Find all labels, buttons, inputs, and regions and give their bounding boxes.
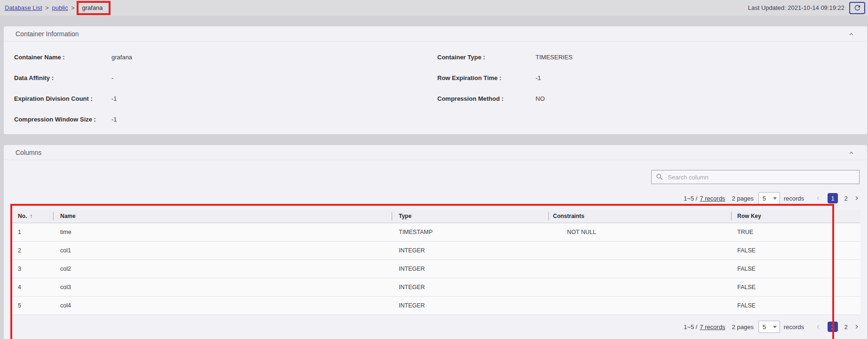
breadcrumb-database-list[interactable]: Database List <box>5 4 42 11</box>
header-no[interactable]: No.↑ <box>11 210 53 223</box>
info-row: Container Type : TIMESERIES <box>437 47 858 67</box>
pagination-bottom: 1~5 / 7 records 2 pages 5 records 1 2 <box>684 321 860 333</box>
cell-row-key: FALSE <box>731 278 860 296</box>
cell-name: col3 <box>53 278 392 296</box>
header-name[interactable]: Name <box>53 210 392 223</box>
cell-name: col1 <box>53 241 392 259</box>
info-row: Compression Method : NO <box>437 88 858 109</box>
chevron-left-icon prev-page-button[interactable] <box>814 194 822 202</box>
page-size-select[interactable]: 5 <box>758 192 780 204</box>
breadcrumb-public[interactable]: public <box>52 4 68 11</box>
chevron-up-icon collapse-button[interactable] <box>848 149 855 156</box>
cell-type: INTEGER <box>392 296 548 315</box>
search-icon <box>655 173 664 181</box>
pagination-pages: 2 pages <box>732 195 753 202</box>
field-label: Data Affinity : <box>14 74 111 81</box>
page-size-value: 5 <box>763 323 766 331</box>
records-label: records <box>784 323 804 331</box>
breadcrumb: Database List > public > grafana <box>5 1 110 15</box>
field-label: Container Type : <box>437 54 536 61</box>
chevron-right-icon next-page-button[interactable] <box>853 194 860 202</box>
cell-type: INTEGER <box>392 241 548 259</box>
header-type[interactable]: Type <box>392 210 548 223</box>
cell-row-key: FALSE <box>731 296 860 315</box>
cell-constraints <box>548 241 731 259</box>
info-row: Data Affinity : - <box>14 67 428 88</box>
cell-type: TIMESTAMP <box>392 223 548 241</box>
info-row: Row Expiration Time : -1 <box>437 67 858 88</box>
chevron-right-icon next-page-button[interactable] <box>853 323 860 331</box>
info-column-right: Container Type : TIMESERIES Row Expirati… <box>437 47 858 109</box>
caret-down-icon <box>773 197 777 200</box>
table-row[interactable]: 3col2INTEGERFALSE <box>11 259 860 278</box>
header-row-key[interactable]: Row Key <box>731 210 860 223</box>
chevron-up-icon collapse-button[interactable] <box>848 31 855 38</box>
cell-constraints: NOT NULL <box>548 223 731 241</box>
cell-row-key: FALSE <box>731 241 860 259</box>
current-page-badge[interactable]: 1 <box>828 193 838 203</box>
page-2-button[interactable]: 2 <box>843 195 849 202</box>
info-column-left: Container Name : grafana Data Affinity :… <box>14 47 428 129</box>
field-value: -1 <box>536 74 541 81</box>
pagination-top: 1~5 / 7 records 2 pages 5 records 1 2 <box>684 192 860 204</box>
pagination-pages: 2 pages <box>732 323 753 331</box>
field-value: TIMESERIES <box>536 54 573 61</box>
field-label: Expiration Division Count : <box>14 95 111 102</box>
panel-title: Columns <box>16 149 41 156</box>
cell-no: 4 <box>11 278 53 296</box>
cell-no: 3 <box>11 259 53 278</box>
field-label: Row Expiration Time : <box>437 74 536 81</box>
top-bar: Database List > public > grafana Last Up… <box>0 0 868 16</box>
page: { "topbar": { "breadcrumb": { "items": [… <box>0 0 868 339</box>
search-column-input[interactable] <box>668 174 855 181</box>
total-records-link[interactable]: 7 records <box>700 195 725 202</box>
table-header-row: No.↑ Name Type Constraints Row Key <box>11 210 860 223</box>
page-size-value: 5 <box>763 195 766 202</box>
cell-no: 1 <box>11 223 53 241</box>
columns-header: Columns <box>4 145 867 160</box>
refresh-button[interactable] <box>849 2 865 14</box>
last-updated-label: Last Updated: 2021-10-14 09:19:22 <box>748 4 844 11</box>
columns-table: No.↑ Name Type Constraints Row Key 1time… <box>11 210 860 315</box>
cell-constraints <box>548 278 731 296</box>
cell-name: time <box>53 223 392 241</box>
field-value: grafana <box>111 54 132 61</box>
cell-no: 2 <box>11 241 53 259</box>
page-size-select[interactable]: 5 <box>758 321 780 333</box>
field-label: Compression Window Size : <box>14 116 111 123</box>
sort-ascending-icon: ↑ <box>30 213 32 219</box>
current-page-badge[interactable]: 1 <box>828 322 838 332</box>
table-row[interactable]: 2col1INTEGERFALSE <box>11 241 860 259</box>
search-column-box <box>651 170 860 184</box>
breadcrumb-current-grafana annotation-box: grafana <box>77 1 110 15</box>
field-value: NO <box>536 95 545 102</box>
table-row[interactable]: 1timeTIMESTAMPNOT NULLTRUE <box>11 223 860 241</box>
pagination-range: 1~5 / <box>684 195 697 202</box>
container-information-header: Container Information <box>4 26 867 41</box>
cell-type: INTEGER <box>392 259 548 278</box>
table-row[interactable]: 4col3INTEGERFALSE <box>11 278 860 296</box>
info-row: Expiration Division Count : -1 <box>14 88 428 109</box>
records-label: records <box>784 195 804 202</box>
cell-name: col2 <box>53 259 392 278</box>
cell-no: 5 <box>11 296 53 315</box>
container-information-panel: Container Information Container Name : g… <box>4 26 867 134</box>
breadcrumb-separator: > <box>71 5 74 11</box>
cell-row-key: FALSE <box>731 259 860 278</box>
field-value: - <box>111 74 113 81</box>
pagination-range: 1~5 / <box>684 323 697 331</box>
info-row: Container Name : grafana <box>14 47 428 67</box>
cell-constraints <box>548 296 731 315</box>
table-row[interactable]: 5col4INTEGERFALSE <box>11 296 860 315</box>
cell-constraints <box>548 259 731 278</box>
chevron-left-icon prev-page-button[interactable] <box>814 323 822 331</box>
field-label: Container Name : <box>14 54 111 61</box>
field-label: Compression Method : <box>437 95 536 102</box>
columns-panel: Columns 1~5 / 7 records 2 pages 5 record… <box>4 145 867 339</box>
header-constraints[interactable]: Constraints <box>548 210 731 223</box>
breadcrumb-separator: > <box>46 5 49 11</box>
page-2-button[interactable]: 2 <box>843 323 849 331</box>
total-records-link[interactable]: 7 records <box>700 323 725 331</box>
cell-name: col4 <box>53 296 392 315</box>
panel-title: Container Information <box>16 30 79 38</box>
